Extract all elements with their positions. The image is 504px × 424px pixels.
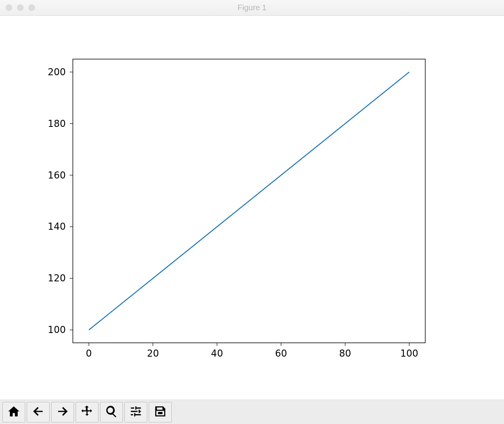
ytick-label: 160 bbox=[48, 170, 66, 181]
pan-button[interactable] bbox=[76, 402, 98, 422]
figure-canvas[interactable]: 020406080100100120140160180200 bbox=[0, 16, 504, 400]
ytick-label: 140 bbox=[48, 221, 66, 232]
xtick-label: 60 bbox=[275, 348, 287, 359]
arrow-right-icon bbox=[56, 405, 69, 420]
move-icon bbox=[80, 405, 94, 420]
zoom-button[interactable] bbox=[100, 402, 123, 422]
plot-svg: 020406080100100120140160180200 bbox=[0, 16, 504, 400]
matplotlib-toolbar bbox=[0, 400, 504, 424]
xtick-label: 20 bbox=[147, 348, 159, 359]
ytick-label: 120 bbox=[48, 273, 66, 284]
magnify-icon bbox=[105, 405, 118, 420]
back-button[interactable] bbox=[27, 402, 50, 422]
minimize-window-button[interactable] bbox=[17, 4, 24, 11]
xtick-label: 0 bbox=[86, 348, 92, 359]
window-title: Figure 1 bbox=[0, 3, 504, 12]
ytick-label: 180 bbox=[48, 118, 66, 129]
svg-rect-0 bbox=[161, 407, 162, 409]
ytick-label: 100 bbox=[48, 324, 66, 335]
window-controls bbox=[6, 4, 35, 11]
zoom-window-button[interactable] bbox=[28, 4, 35, 11]
arrow-left-icon bbox=[32, 405, 45, 420]
sliders-icon bbox=[129, 405, 143, 420]
xtick-label: 40 bbox=[211, 348, 223, 359]
save-icon bbox=[154, 405, 167, 420]
configure-subplots-button[interactable] bbox=[124, 402, 147, 422]
home-icon bbox=[7, 405, 20, 420]
titlebar: Figure 1 bbox=[0, 0, 504, 16]
xtick-label: 100 bbox=[400, 348, 418, 359]
ytick-label: 200 bbox=[48, 67, 66, 78]
save-button[interactable] bbox=[149, 402, 172, 422]
home-button[interactable] bbox=[2, 402, 25, 422]
figure-window: Figure 1 020406080100100120140160180200 bbox=[0, 0, 504, 424]
close-window-button[interactable] bbox=[6, 4, 12, 11]
forward-button[interactable] bbox=[51, 402, 74, 422]
data-line bbox=[89, 72, 410, 330]
xtick-label: 80 bbox=[339, 348, 351, 359]
